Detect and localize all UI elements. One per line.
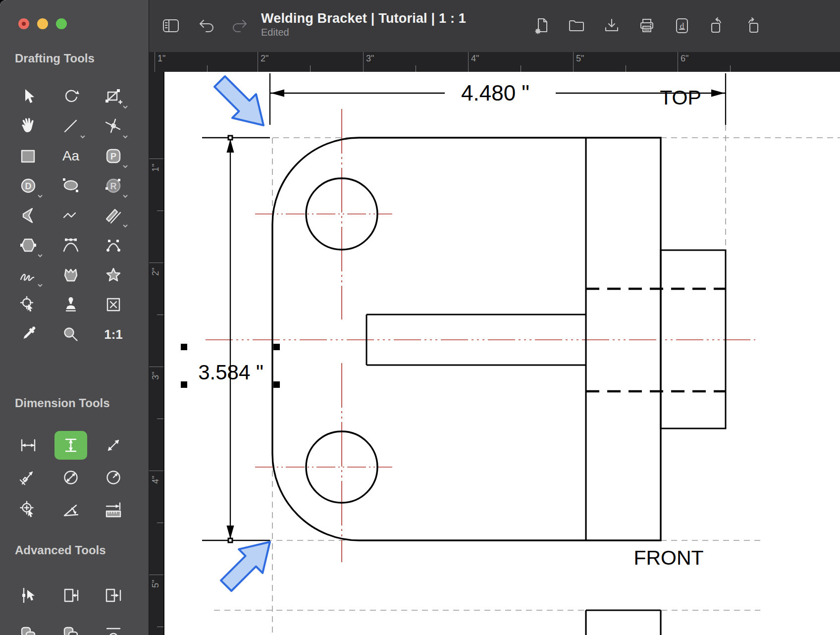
printer-icon [638, 17, 656, 35]
arrowhead-right [711, 90, 725, 97]
tool-diameter-dimension[interactable] [50, 461, 92, 493]
tool-eyedropper[interactable] [7, 319, 50, 349]
vertical-dim-icon [61, 435, 81, 455]
ruler-tick-label: 1" [151, 160, 161, 175]
ruler-major-tick [149, 263, 163, 263]
tool-arc[interactable] [92, 230, 135, 260]
tool-rectangle[interactable] [7, 141, 50, 171]
tool-circle-diameter[interactable]: D [7, 171, 50, 201]
chevron-down-icon [80, 135, 86, 139]
snap-crosshair-icon [18, 295, 38, 315]
tool-transform[interactable] [92, 82, 135, 111]
tool-aligned-dimension[interactable] [92, 429, 135, 461]
dimension-width[interactable]: 4.480 " [270, 73, 726, 125]
ruler-tick-label: 5" [576, 53, 584, 64]
tool-center-mark[interactable] [7, 493, 50, 526]
hint-arrows [214, 76, 270, 591]
import-button[interactable] [600, 14, 623, 37]
ruler-left[interactable]: 1"2"3"4"5" [149, 72, 164, 635]
tool-blob[interactable] [50, 260, 92, 290]
tool-trim[interactable] [50, 576, 92, 615]
bracket-outline[interactable] [272, 138, 661, 540]
tool-hexagon[interactable] [7, 230, 50, 260]
tool-angle-line[interactable] [92, 111, 135, 141]
svg-text:1:1: 1:1 [104, 327, 123, 342]
ruler-tick-label: 6" [681, 53, 688, 64]
chevron-down-icon [122, 135, 128, 139]
print-button[interactable] [635, 14, 658, 37]
undo-button[interactable] [196, 14, 218, 37]
tool-snap-crosshair[interactable] [7, 290, 50, 319]
sidebar-toggle-button[interactable] [159, 14, 182, 37]
zoom-window-button[interactable] [56, 18, 67, 29]
tool-join-curves[interactable] [92, 615, 135, 635]
tool-line[interactable] [50, 111, 92, 141]
dimension-height[interactable]: 3.584 " [181, 135, 280, 543]
tool-baseline-dimension[interactable] [7, 461, 50, 493]
titlebar: Welding Bracket | Tutorial | 1 : 1 Edite… [149, 0, 840, 52]
magnifier-icon [61, 324, 81, 344]
dimension-style-button[interactable]: d [671, 14, 693, 37]
measure-ruler-icon [104, 500, 123, 520]
side-view[interactable] [586, 250, 726, 428]
ruler-major-tick [149, 367, 163, 367]
horizontal-dim-icon [18, 435, 38, 455]
angle-line-icon [104, 116, 123, 136]
tool-freehand[interactable] [7, 260, 50, 290]
tool-pan[interactable] [7, 111, 50, 141]
tool-polygon-p[interactable]: P [92, 141, 135, 171]
centerlines[interactable] [206, 109, 755, 562]
tool-actual-size[interactable]: 1:1 [92, 319, 135, 349]
tool-vertical-dimension[interactable] [50, 429, 92, 461]
tool-rotate[interactable] [50, 82, 92, 111]
ruler-major-tick [149, 471, 163, 471]
rotate-cw-button[interactable] [741, 14, 764, 37]
baseline-dim-icon [18, 468, 38, 487]
tool-bezier-curve[interactable] [50, 230, 92, 260]
rotate-ccw-icon [708, 17, 727, 35]
rectangle-icon [18, 146, 38, 166]
tool-construction-box[interactable] [92, 290, 135, 319]
dimension-height-text[interactable]: 3.584 " [198, 361, 263, 384]
redo-button[interactable] [228, 14, 251, 37]
circle-r-icon: R [104, 176, 123, 196]
tool-measure-ruler[interactable] [92, 493, 135, 526]
rotate-icon [61, 87, 81, 106]
tool-subtract[interactable] [50, 615, 92, 635]
tool-ellipse[interactable] [50, 171, 92, 201]
tool-angle-dimension[interactable] [50, 493, 92, 526]
tool-stamp[interactable] [50, 290, 92, 319]
tool-zoom[interactable] [50, 319, 92, 349]
open-folder-button[interactable] [565, 14, 588, 37]
view-label-front[interactable]: FRONT [633, 546, 703, 569]
top-view[interactable] [272, 138, 661, 540]
tool-union[interactable] [7, 615, 50, 635]
tool-chevron-shape[interactable] [7, 201, 50, 230]
rotate-ccw-button[interactable] [706, 14, 729, 37]
tool-parallel-hatch[interactable] [92, 201, 135, 230]
tool-text[interactable]: Aa [50, 141, 92, 171]
tool-star[interactable] [92, 260, 135, 290]
dimension-width-text[interactable]: 4.480 " [461, 81, 529, 105]
blob-icon [61, 265, 81, 285]
svg-text:P: P [110, 152, 116, 161]
tool-circle-radius[interactable]: R [92, 171, 135, 201]
tool-extend[interactable] [92, 576, 135, 615]
sidebar-toggle-icon [162, 18, 179, 33]
front-view-partial[interactable] [586, 610, 661, 635]
ruler-top[interactable]: 1"2"3"4"5"6" [149, 52, 840, 72]
rotate-cw-icon [743, 17, 762, 35]
new-document-button[interactable] [530, 14, 553, 37]
drawing-canvas[interactable]: 4.480 " 3.584 " TOP FRO [163, 72, 840, 635]
tool-edit-points[interactable] [7, 576, 50, 615]
tool-select[interactable] [7, 82, 50, 111]
arrowhead-up [227, 139, 234, 153]
view-label-top[interactable]: TOP [660, 86, 701, 109]
tool-polyline[interactable] [50, 201, 92, 230]
tool-horizontal-dimension[interactable] [7, 429, 50, 461]
minimize-button[interactable] [37, 18, 48, 29]
tool-radius-dimension[interactable] [92, 461, 135, 493]
ruler-minor-tick [310, 65, 311, 72]
close-button[interactable] [18, 18, 29, 29]
ruler-minor-tick [157, 419, 163, 419]
